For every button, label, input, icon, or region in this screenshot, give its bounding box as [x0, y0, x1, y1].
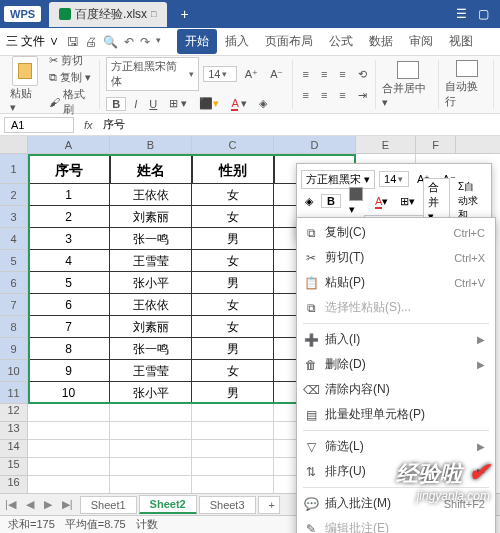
cell[interactable]: 7 [28, 316, 110, 338]
ctx-copy[interactable]: ⧉复制(C)Ctrl+C [297, 220, 495, 245]
border-button[interactable]: ⊞ ▾ [165, 95, 191, 112]
empty-cell[interactable] [192, 422, 274, 440]
cell[interactable]: 张小平 [110, 272, 192, 294]
cell[interactable]: 王依依 [110, 294, 192, 316]
mini-bold-button[interactable]: B [321, 194, 341, 208]
align-top-icon[interactable]: ≡ [299, 66, 313, 82]
fill-color-button[interactable]: ⬛▾ [195, 95, 223, 112]
ctx-delete[interactable]: 🗑删除(D)▶ [297, 352, 495, 377]
col-header-b[interactable]: B [110, 136, 192, 153]
font-size-select[interactable]: 14▾ [203, 66, 237, 82]
align-left-icon[interactable]: ≡ [299, 87, 313, 103]
row-header[interactable]: 8 [0, 316, 28, 338]
empty-cell[interactable] [192, 458, 274, 476]
select-all-corner[interactable] [0, 136, 28, 153]
cell[interactable]: 6 [28, 294, 110, 316]
mini-fill-color-button[interactable]: ▾ [345, 185, 367, 218]
user-icon[interactable]: ☰ [454, 7, 468, 21]
row-header[interactable]: 13 [0, 422, 28, 440]
cell[interactable]: 王雪莹 [110, 250, 192, 272]
empty-cell[interactable] [110, 422, 192, 440]
italic-button[interactable]: I [130, 96, 141, 112]
bold-button[interactable]: B [106, 97, 126, 111]
cell[interactable]: 张一鸣 [110, 228, 192, 250]
empty-cell[interactable] [28, 476, 110, 494]
formula-input[interactable]: 序号 [99, 116, 500, 133]
cell[interactable]: 女 [192, 184, 274, 206]
cell[interactable]: 3 [28, 228, 110, 250]
row-header[interactable]: 7 [0, 294, 28, 316]
ctx-clear[interactable]: ⌫清除内容(N) [297, 377, 495, 402]
cut-button[interactable]: ✂剪切 [49, 53, 96, 68]
sheet-nav-prev[interactable]: ◀ [21, 498, 39, 511]
empty-cell[interactable] [28, 422, 110, 440]
cell[interactable]: 王雪莹 [110, 360, 192, 382]
col-header-f[interactable]: F [416, 136, 456, 153]
ctx-filter[interactable]: ▽筛选(L)▶ [297, 434, 495, 459]
cell[interactable]: 1 [28, 184, 110, 206]
row-header[interactable]: 5 [0, 250, 28, 272]
tab-page-layout[interactable]: 页面布局 [257, 29, 321, 54]
mini-font-size[interactable]: 14▾ [379, 171, 409, 187]
cell[interactable]: 张一鸣 [110, 338, 192, 360]
row-header[interactable]: 16 [0, 476, 28, 494]
ctx-paste[interactable]: 📋粘贴(P)Ctrl+V [297, 270, 495, 295]
tab-formula[interactable]: 公式 [321, 29, 361, 54]
qat-more-icon[interactable]: ▾ [156, 35, 161, 49]
row-header[interactable]: 14 [0, 440, 28, 458]
cell[interactable]: 女 [192, 360, 274, 382]
row-header[interactable]: 15 [0, 458, 28, 476]
font-name-select[interactable]: 方正粗黑宋简体▾ [106, 57, 199, 91]
cell[interactable]: 王依依 [110, 184, 192, 206]
tab-data[interactable]: 数据 [361, 29, 401, 54]
paste-button[interactable] [12, 56, 38, 86]
row-header[interactable]: 10 [0, 360, 28, 382]
empty-cell[interactable] [192, 476, 274, 494]
cell[interactable]: 8 [28, 338, 110, 360]
ctx-cut[interactable]: ✂剪切(T)Ctrl+X [297, 245, 495, 270]
print-icon[interactable]: 🖨 [85, 35, 97, 49]
col-header-d[interactable]: D [274, 136, 356, 153]
sheet-nav-next[interactable]: ▶ [39, 498, 57, 511]
empty-cell[interactable] [110, 458, 192, 476]
row-header[interactable]: 4 [0, 228, 28, 250]
align-center-icon[interactable]: ≡ [317, 87, 331, 103]
underline-button[interactable]: U [145, 96, 161, 112]
font-color-button[interactable]: A ▾ [227, 95, 251, 112]
align-middle-icon[interactable]: ≡ [317, 66, 331, 82]
decrease-font-icon[interactable]: A⁻ [266, 66, 287, 83]
fx-icon[interactable]: fx [78, 119, 99, 131]
col-header-c[interactable]: C [192, 136, 274, 153]
row-header[interactable]: 2 [0, 184, 28, 206]
empty-cell[interactable] [192, 440, 274, 458]
cell[interactable]: 9 [28, 360, 110, 382]
increase-font-icon[interactable]: A⁺ [241, 66, 262, 83]
sheet-nav-first[interactable]: |◀ [0, 498, 21, 511]
cell[interactable]: 10 [28, 382, 110, 404]
align-bottom-icon[interactable]: ≡ [335, 66, 349, 82]
ctx-batch[interactable]: ▤批量处理单元格(P) [297, 402, 495, 427]
row-header[interactable]: 11 [0, 382, 28, 404]
format-painter-button[interactable]: 🖌格式刷 [49, 87, 96, 117]
copy-button[interactable]: ⧉复制 ▾ [49, 70, 96, 85]
save-icon[interactable]: 🖫 [67, 35, 79, 49]
cell[interactable]: 男 [192, 338, 274, 360]
row-header[interactable]: 6 [0, 272, 28, 294]
merge-icon[interactable] [397, 61, 419, 79]
wrap-icon[interactable] [456, 60, 478, 77]
file-menu[interactable]: 三 文件 ∨ [6, 33, 59, 50]
tab-review[interactable]: 审阅 [401, 29, 441, 54]
tab-insert[interactable]: 插入 [217, 29, 257, 54]
redo-icon[interactable]: ↷ [140, 35, 150, 49]
empty-cell[interactable] [28, 404, 110, 422]
mini-border-button[interactable]: ⊞▾ [396, 193, 419, 210]
ctx-insert[interactable]: ➕插入(I)▶ [297, 327, 495, 352]
empty-cell[interactable] [110, 476, 192, 494]
cell[interactable]: 男 [192, 382, 274, 404]
header-cell[interactable]: 姓名 [110, 154, 192, 184]
header-cell[interactable]: 序号 [28, 154, 110, 184]
name-box[interactable]: A1 [4, 117, 74, 133]
header-cell[interactable]: 性别 [192, 154, 274, 184]
add-sheet-button[interactable]: + [258, 496, 280, 514]
mini-clear-format-icon[interactable]: ◈ [301, 193, 317, 210]
